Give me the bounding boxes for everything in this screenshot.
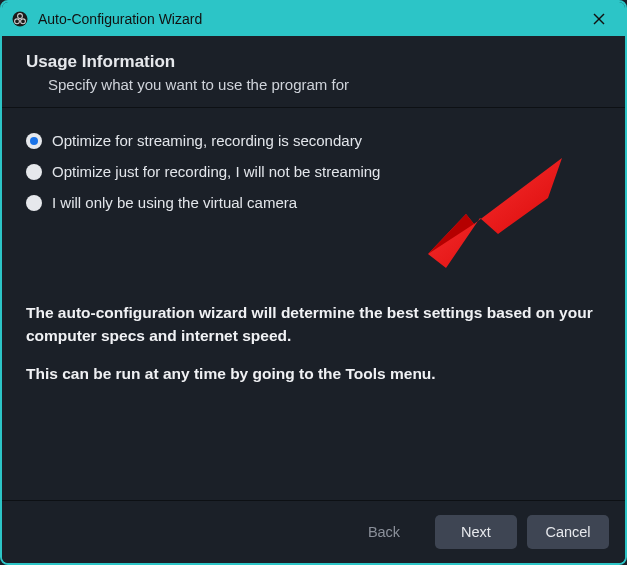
radio-indicator (26, 164, 42, 180)
radio-indicator (26, 195, 42, 211)
info-text-1: The auto-configuration wizard will deter… (26, 301, 601, 348)
wizard-footer: Back Next Cancel (2, 500, 625, 563)
cancel-button[interactable]: Cancel (527, 515, 609, 549)
radio-option-virtual-camera[interactable]: I will only be using the virtual camera (26, 194, 601, 211)
wizard-body: Optimize for streaming, recording is sec… (2, 108, 625, 500)
radio-indicator (26, 133, 42, 149)
svg-marker-7 (428, 214, 474, 254)
next-button[interactable]: Next (435, 515, 517, 549)
radio-option-streaming[interactable]: Optimize for streaming, recording is sec… (26, 132, 601, 149)
app-icon (10, 9, 30, 29)
titlebar: Auto-Configuration Wizard (2, 2, 625, 36)
window-title: Auto-Configuration Wizard (38, 11, 579, 27)
radio-label: I will only be using the virtual camera (52, 194, 297, 211)
close-button[interactable] (579, 5, 619, 33)
wizard-window: Auto-Configuration Wizard Usage Informat… (0, 0, 627, 565)
back-button[interactable]: Back (343, 515, 425, 549)
radio-label: Optimize just for recording, I will not … (52, 163, 380, 180)
wizard-header: Usage Information Specify what you want … (2, 36, 625, 108)
info-block: The auto-configuration wizard will deter… (26, 301, 601, 385)
close-icon (593, 13, 605, 25)
header-title: Usage Information (26, 52, 601, 72)
radio-label: Optimize for streaming, recording is sec… (52, 132, 362, 149)
usage-radio-group: Optimize for streaming, recording is sec… (26, 132, 601, 211)
info-text-2: This can be run at any time by going to … (26, 362, 601, 385)
radio-option-recording[interactable]: Optimize just for recording, I will not … (26, 163, 601, 180)
header-subtitle: Specify what you want to use the program… (48, 76, 601, 93)
